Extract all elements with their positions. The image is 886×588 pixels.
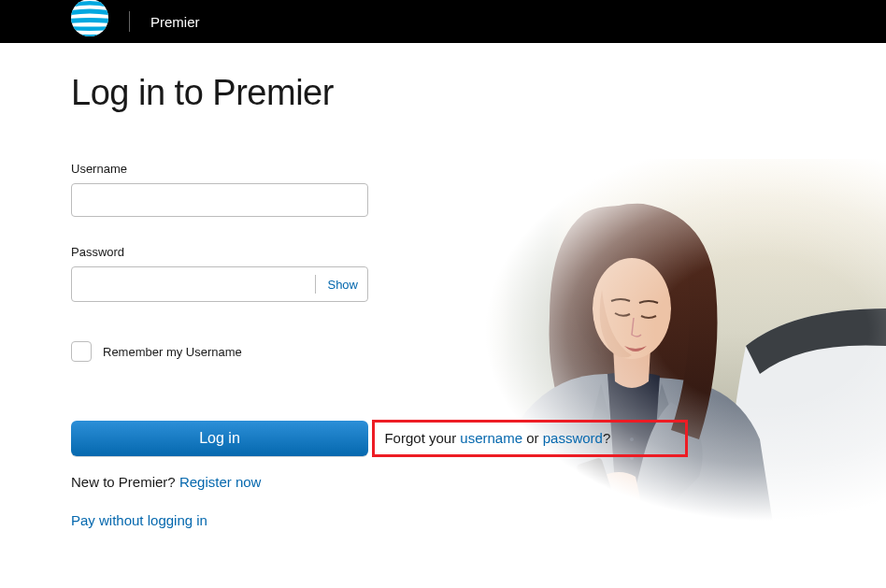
header-brand-label: Premier bbox=[150, 14, 200, 30]
forgot-credentials-highlight: Forgot your username or password? bbox=[372, 420, 688, 457]
forgot-row: Forgot your username or password? bbox=[384, 430, 610, 446]
username-group: Username bbox=[71, 162, 886, 217]
password-group: Password Show bbox=[71, 245, 886, 302]
username-input[interactable] bbox=[71, 183, 368, 217]
register-prefix: New to Premier? bbox=[71, 474, 179, 490]
header-divider bbox=[129, 11, 130, 32]
show-password-toggle[interactable]: Show bbox=[322, 278, 364, 292]
login-button[interactable]: Log in bbox=[71, 421, 368, 456]
forgot-password-link[interactable]: password bbox=[543, 430, 603, 446]
register-row: New to Premier? Register now bbox=[71, 474, 886, 490]
att-globe-logo bbox=[71, 0, 108, 36]
page-title: Log in to Premier bbox=[71, 73, 886, 113]
remember-label: Remember my Username bbox=[103, 345, 242, 359]
forgot-suffix: ? bbox=[603, 430, 610, 446]
remember-checkbox[interactable] bbox=[71, 341, 92, 362]
password-label: Password bbox=[71, 245, 886, 259]
password-input[interactable] bbox=[72, 267, 315, 301]
main-content: Log in to Premier Username Password Show… bbox=[0, 43, 886, 529]
forgot-middle: or bbox=[522, 430, 543, 446]
username-label: Username bbox=[71, 162, 886, 176]
forgot-prefix: Forgot your bbox=[384, 430, 460, 446]
header-bar: Premier bbox=[0, 0, 886, 43]
remember-row: Remember my Username bbox=[71, 341, 886, 362]
register-now-link[interactable]: Register now bbox=[179, 474, 262, 490]
password-wrapper: Show bbox=[71, 266, 368, 302]
show-divider bbox=[315, 275, 316, 294]
forgot-username-link[interactable]: username bbox=[460, 430, 522, 446]
pay-without-login-link[interactable]: Pay without logging in bbox=[71, 512, 207, 528]
